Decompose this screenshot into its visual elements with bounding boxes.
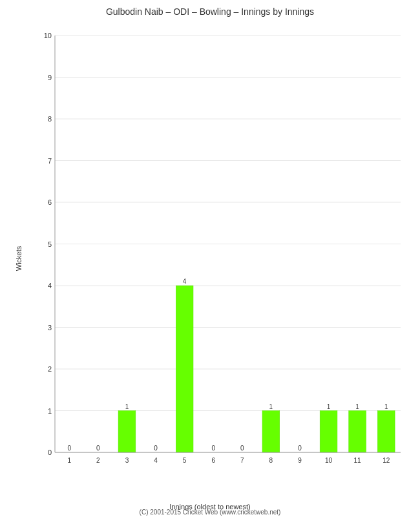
svg-text:0: 0	[298, 445, 302, 452]
svg-text:8: 8	[269, 457, 273, 464]
svg-rect-46	[349, 411, 366, 453]
svg-rect-49	[377, 411, 395, 453]
svg-rect-38	[262, 411, 280, 453]
svg-text:1: 1	[384, 403, 388, 410]
svg-text:4: 4	[48, 282, 52, 290]
svg-text:10: 10	[44, 32, 52, 39]
svg-rect-26	[118, 411, 136, 453]
svg-text:1: 1	[125, 403, 129, 410]
svg-text:9: 9	[298, 457, 302, 464]
svg-text:1: 1	[327, 403, 331, 410]
svg-text:5: 5	[48, 240, 52, 248]
svg-text:7: 7	[240, 457, 244, 464]
svg-text:1: 1	[269, 403, 273, 410]
svg-text:1: 1	[355, 403, 359, 410]
svg-text:8: 8	[48, 115, 52, 123]
svg-text:0: 0	[48, 448, 52, 456]
svg-text:2: 2	[48, 365, 52, 373]
svg-text:1: 1	[68, 457, 72, 464]
y-axis-label: Wickets	[15, 246, 23, 271]
svg-text:10: 10	[325, 457, 333, 464]
svg-text:5: 5	[183, 457, 187, 464]
svg-text:9: 9	[48, 74, 52, 81]
svg-text:3: 3	[48, 324, 52, 332]
svg-text:4: 4	[154, 457, 158, 464]
svg-text:1: 1	[48, 407, 52, 415]
svg-text:0: 0	[68, 445, 72, 452]
svg-text:0: 0	[211, 445, 215, 452]
svg-text:12: 12	[383, 457, 390, 464]
svg-text:7: 7	[48, 157, 52, 165]
chart-container: Gulbodin Naib – ODI – Bowling – Innings …	[0, 0, 420, 517]
svg-rect-43	[320, 411, 337, 453]
svg-text:3: 3	[125, 457, 129, 464]
svg-text:11: 11	[354, 457, 362, 464]
svg-text:6: 6	[211, 457, 215, 464]
chart-area: 012345678910010213044506071809110111112	[36, 26, 407, 472]
svg-text:0: 0	[240, 445, 244, 452]
chart-svg: 012345678910010213044506071809110111112	[36, 26, 407, 472]
copyright-text: (C) 2001-2015 Cricket Web (www.cricketwe…	[0, 509, 420, 516]
chart-title: Gulbodin Naib – ODI – Bowling – Innings …	[0, 0, 420, 20]
svg-text:6: 6	[48, 198, 52, 206]
svg-text:0: 0	[96, 445, 100, 452]
svg-text:4: 4	[183, 278, 187, 285]
svg-text:0: 0	[154, 445, 158, 452]
svg-text:2: 2	[96, 457, 100, 464]
svg-rect-31	[176, 286, 193, 452]
